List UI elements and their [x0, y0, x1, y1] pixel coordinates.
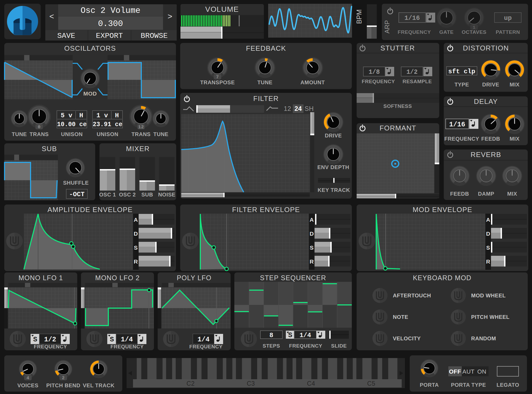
svg-text:10.00 ce: 10.00 ce	[57, 121, 87, 128]
svg-text:EXPORT: EXPORT	[96, 32, 123, 40]
svg-text:DRIVE: DRIVE	[482, 82, 499, 87]
svg-text:8: 8	[269, 332, 273, 339]
svg-text:VOICES: VOICES	[17, 382, 39, 388]
svg-text:-OCT: -OCT	[69, 191, 85, 198]
svg-text:FREQUENCY: FREQUENCY	[189, 344, 223, 349]
svg-text:VEL TRACK: VEL TRACK	[83, 382, 115, 388]
svg-text:GATE: GATE	[439, 29, 453, 35]
svg-text:AMPLITUDE ENVELOPE: AMPLITUDE ENVELOPE	[47, 206, 133, 214]
svg-text:SH: SH	[305, 105, 314, 112]
svg-text:UNISON: UNISON	[61, 131, 83, 137]
svg-text:24: 24	[294, 105, 302, 112]
svg-text:Osc 2 Volume: Osc 2 Volume	[80, 6, 140, 15]
svg-text:DAMP: DAMP	[478, 191, 494, 197]
svg-text:RESAMPLE: RESAMPLE	[402, 79, 432, 84]
svg-text:UNISON: UNISON	[97, 131, 119, 137]
svg-text:23.91 ce: 23.91 ce	[93, 121, 122, 128]
svg-text:TYPE: TYPE	[455, 82, 469, 87]
svg-text:0.300: 0.300	[98, 19, 123, 28]
svg-text:7: 7	[216, 75, 219, 80]
svg-text:12: 12	[138, 125, 144, 130]
svg-text:S: S	[310, 245, 314, 251]
svg-text:RANDOM: RANDOM	[471, 335, 496, 341]
svg-text:MIX: MIX	[509, 136, 519, 142]
svg-text:12: 12	[284, 105, 291, 112]
svg-text:D: D	[486, 231, 490, 237]
svg-text:BPM: BPM	[355, 9, 363, 24]
svg-text:FILTER ENVELOPE: FILTER ENVELOPE	[232, 206, 300, 214]
svg-text:PITCH BEND: PITCH BEND	[46, 382, 80, 388]
svg-text:R: R	[134, 258, 138, 265]
svg-text:STUTTER: STUTTER	[380, 44, 415, 52]
svg-text:5 v: 5 v	[61, 112, 72, 119]
svg-text:REVERB: REVERB	[471, 151, 501, 159]
svg-text:FREQUENCY: FREQUENCY	[444, 136, 479, 142]
svg-text:2: 2	[62, 375, 65, 381]
svg-text:PITCH WHEEL: PITCH WHEEL	[471, 314, 509, 320]
svg-text:MIX: MIX	[509, 82, 519, 87]
svg-text:<: <	[49, 12, 54, 21]
svg-text:PORTA: PORTA	[420, 382, 439, 388]
svg-text:sft clp: sft clp	[448, 68, 475, 75]
svg-text:DELAY: DELAY	[474, 97, 498, 105]
svg-text:TUNE: TUNE	[12, 131, 27, 137]
svg-text:1/4: 1/4	[121, 336, 133, 344]
svg-text:SUB: SUB	[141, 192, 153, 198]
svg-text:FREQUENCY: FREQUENCY	[398, 29, 431, 35]
svg-text:STEPS: STEPS	[263, 343, 280, 349]
svg-text:S: S	[486, 245, 490, 251]
svg-text:OCTAVES: OCTAVES	[462, 29, 487, 35]
svg-text:VOLUME: VOLUME	[205, 5, 239, 13]
svg-text:FREQUENCY: FREQUENCY	[289, 343, 322, 349]
svg-text:MOD WHEEL: MOD WHEEL	[471, 293, 506, 298]
svg-text:FEEDB: FEEDB	[481, 136, 500, 142]
svg-text:C3: C3	[247, 380, 255, 387]
svg-text:MONO LFO 2: MONO LFO 2	[95, 274, 140, 282]
svg-text:FORMANT: FORMANT	[380, 124, 416, 132]
svg-text:1/2: 1/2	[407, 69, 418, 76]
svg-text:C5: C5	[367, 380, 375, 387]
svg-text:MONO LFO 1: MONO LFO 1	[19, 274, 63, 282]
svg-text:1/16: 1/16	[449, 121, 465, 129]
svg-text:S: S	[110, 335, 114, 344]
svg-text:D: D	[310, 231, 314, 237]
svg-text:4: 4	[27, 375, 29, 381]
svg-text:FEEDB: FEEDB	[450, 191, 469, 197]
svg-text:R: R	[486, 258, 490, 265]
svg-text:1 v: 1 v	[96, 112, 108, 119]
svg-text:PATTERN: PATTERN	[496, 29, 520, 35]
svg-text:TRANS: TRANS	[131, 131, 150, 137]
svg-text:H: H	[79, 112, 83, 119]
svg-text:FREQUENCY: FREQUENCY	[110, 344, 144, 349]
svg-text:OSC 1: OSC 1	[99, 192, 116, 198]
svg-text:1/16: 1/16	[404, 14, 420, 22]
svg-text:1/4: 1/4	[300, 332, 311, 339]
svg-text:BROWSE: BROWSE	[141, 32, 168, 40]
svg-text:ON: ON	[477, 368, 486, 375]
svg-text:STEP SEQUENCER: STEP SEQUENCER	[260, 274, 326, 282]
svg-text:AUT: AUT	[462, 368, 475, 375]
svg-text:A: A	[134, 217, 138, 223]
svg-text:FREQUENCY: FREQUENCY	[362, 79, 395, 84]
svg-text:S: S	[288, 331, 292, 339]
svg-text:A: A	[310, 217, 314, 223]
svg-text:DISTORTION: DISTORTION	[463, 44, 509, 52]
svg-text:S: S	[33, 335, 37, 344]
svg-text:MIX: MIX	[507, 191, 517, 197]
svg-text:POLY LFO: POLY LFO	[177, 274, 212, 282]
svg-text:MOD ENVELOPE: MOD ENVELOPE	[413, 206, 472, 214]
svg-text:1/2: 1/2	[44, 336, 56, 344]
svg-text:NOISE: NOISE	[158, 192, 176, 198]
svg-text:>: >	[168, 12, 173, 21]
svg-text:1/4: 1/4	[197, 336, 209, 344]
svg-text:DRIVE: DRIVE	[325, 133, 342, 138]
svg-text:SAVE: SAVE	[57, 32, 75, 40]
svg-text:ARP: ARP	[383, 20, 391, 33]
svg-text:S: S	[134, 245, 138, 251]
svg-text:OFF: OFF	[449, 368, 461, 375]
svg-text:1/8: 1/8	[369, 69, 380, 76]
svg-text:LEGATO: LEGATO	[497, 382, 519, 388]
svg-text:AFTERTOUCH: AFTERTOUCH	[393, 293, 431, 298]
svg-text:KEY TRACK: KEY TRACK	[318, 187, 350, 193]
svg-text:AMOUNT: AMOUNT	[301, 79, 325, 85]
